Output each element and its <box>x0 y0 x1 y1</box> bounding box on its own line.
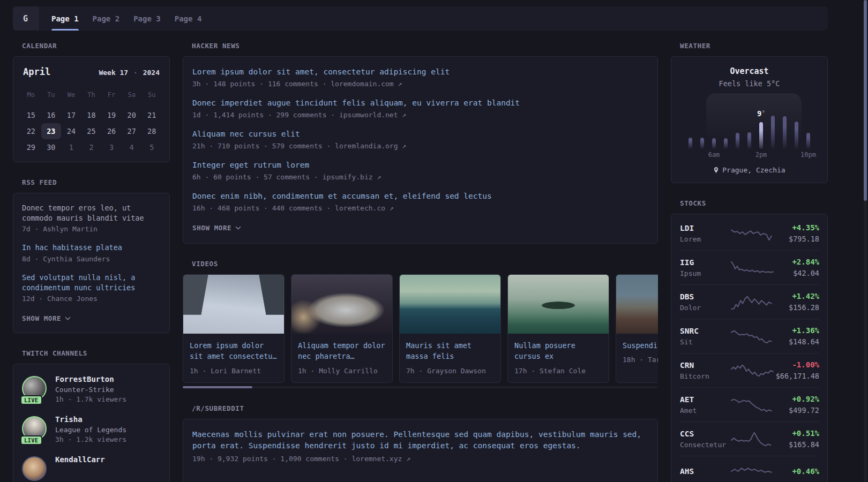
weather-hour-bar[interactable] <box>759 122 763 149</box>
avatar[interactable] <box>22 456 47 481</box>
page-scrollbar-track[interactable] <box>864 0 867 482</box>
video-title[interactable]: Aliquam tempor dolor nec pharetra… <box>298 340 386 362</box>
videos-scrollbar-track[interactable] <box>183 386 658 388</box>
calendar-day[interactable]: 3 <box>101 139 122 155</box>
calendar-day[interactable]: 27 <box>122 123 142 139</box>
video-thumbnail[interactable] <box>400 275 500 334</box>
weather-hour-bar[interactable] <box>689 138 692 149</box>
hackernews-item-title[interactable]: Integer eget rutrum lorem <box>192 160 648 170</box>
stock-symbol[interactable]: CCS <box>680 430 731 438</box>
top-nav: G Page 1Page 2Page 3Page 4 <box>13 6 828 31</box>
video-meta: 1h · Molly Carrillo <box>298 367 386 375</box>
hackernews-item-domain-link[interactable]: ipsumworld.net ↗ <box>339 111 406 119</box>
hackernews-item-domain-link[interactable]: loremdomain.com ↗ <box>331 80 402 88</box>
weather-hour-bar[interactable] <box>736 133 739 149</box>
calendar-day[interactable]: 17 <box>61 107 81 123</box>
hackernews-item-title[interactable]: Lorem ipsum dolor sit amet, consectetur … <box>192 66 648 77</box>
weather-hour-bar[interactable] <box>724 138 728 149</box>
page-scrollbar-thumb[interactable] <box>864 0 867 201</box>
rss-show-more-button[interactable]: SHOW MORE <box>22 314 71 322</box>
calendar-day[interactable]: 5 <box>141 139 162 155</box>
tab-page-1[interactable]: Page 1 <box>51 6 79 31</box>
weather-location: Prague, Czechia <box>722 166 785 174</box>
calendar-day[interactable]: 4 <box>122 139 142 155</box>
stock-symbol[interactable]: SNRC <box>680 327 731 335</box>
hackernews-item-domain-link[interactable]: loremlandia.org ↗ <box>335 142 406 150</box>
stock-symbol[interactable]: IIG <box>680 258 731 267</box>
stock-symbol[interactable]: AET <box>680 395 731 404</box>
stock-symbol[interactable]: AHS <box>680 467 731 476</box>
video-thumbnail[interactable] <box>291 275 392 334</box>
weather-hour-bar[interactable] <box>712 138 716 149</box>
calendar-day[interactable]: 15 <box>21 107 41 123</box>
rss-item-title[interactable]: Donec tempor eros leo, ut commodo mauris… <box>22 203 161 223</box>
calendar-day[interactable]: 16 <box>41 107 62 123</box>
stock-right: +1.36%$148.64 <box>773 326 819 346</box>
calendar-day[interactable]: 19 <box>101 107 122 123</box>
hackernews-item-domain-link[interactable]: ipsumify.biz ↗ <box>323 173 381 181</box>
page-tabs: Page 1Page 2Page 3Page 4 <box>39 6 214 31</box>
subreddit-post-title[interactable]: Maecenas mollis pulvinar erat non posuer… <box>192 429 648 451</box>
calendar-day-selected[interactable]: 23 <box>41 123 62 139</box>
rss-item-title[interactable]: Sed volutpat nulla nisl, a condimentum n… <box>22 273 161 292</box>
tab-page-2[interactable]: Page 2 <box>93 6 120 31</box>
video-title[interactable]: Mauris sit amet massa felis <box>406 340 494 362</box>
video-title[interactable]: Lorem ipsum dolor sit amet consectetu… <box>190 340 278 362</box>
calendar-day[interactable]: 22 <box>21 123 41 139</box>
rss-item-title[interactable]: In hac habitasse platea <box>22 243 161 253</box>
stock-row: LDILorem+4.35%$795.18 <box>680 216 819 250</box>
weather-location-row: Prague, Czechia <box>680 166 819 174</box>
hackernews-widget: HACKER NEWS Lorem ipsum dolor sit amet, … <box>183 42 658 244</box>
stock-symbol[interactable]: CRN <box>680 361 731 370</box>
video-thumbnail[interactable] <box>616 275 658 334</box>
tab-page-3[interactable]: Page 3 <box>133 6 161 31</box>
hackernews-item-title[interactable]: Aliquam nec cursus elit <box>192 129 648 139</box>
hackernews-widget-header: HACKER NEWS <box>192 42 658 50</box>
calendar-day[interactable]: 30 <box>41 139 62 155</box>
video-thumbnail[interactable] <box>183 275 284 334</box>
weather-hour-bar[interactable] <box>700 138 704 149</box>
calendar-day[interactable]: 26 <box>101 123 122 139</box>
twitch-channel-name[interactable]: ForrestBurton <box>55 375 126 383</box>
twitch-channel-game: League of Legends <box>55 426 126 434</box>
calendar-day[interactable]: 18 <box>81 107 102 123</box>
calendar-day[interactable]: 1 <box>61 139 81 155</box>
video-thumbnail[interactable] <box>508 275 609 334</box>
calendar-day[interactable]: 21 <box>141 107 162 123</box>
calendar-day[interactable]: 2 <box>81 139 102 155</box>
hackernews-item-title[interactable]: Donec imperdiet augue tincidunt felis al… <box>192 97 648 108</box>
calendar-day[interactable]: 25 <box>81 123 102 139</box>
subreddit-post-domain-link[interactable]: loremnet.xyz ↗ <box>351 455 410 463</box>
tab-page-4[interactable]: Page 4 <box>175 6 202 31</box>
hackernews-item-domain-link[interactable]: loremtech.co ↗ <box>335 204 394 212</box>
calendar-day[interactable]: 20 <box>122 107 142 123</box>
app-logo[interactable]: G <box>13 6 39 31</box>
hackernews-item-stats: 6h · 60 points · 57 comments · <box>192 173 323 181</box>
stock-change: -1.00% <box>773 360 819 369</box>
video-title[interactable]: Suspendisse diam <box>623 340 658 351</box>
twitch-channel-name[interactable]: KendallCarr <box>55 455 105 464</box>
rss-card: Donec tempor eros leo, ut commodo mauris… <box>13 193 170 333</box>
stock-symbol[interactable]: DBS <box>680 292 731 301</box>
weather-hour-bar[interactable] <box>783 116 787 149</box>
weather-hour-bar[interactable] <box>771 116 775 149</box>
twitch-channel-row: LIVEForrestBurtonCounter-Strike1h · 1.7k… <box>22 375 161 403</box>
weather-condition: Overcast <box>680 66 819 76</box>
middle-column: HACKER NEWS Lorem ipsum dolor sit amet, … <box>183 42 658 482</box>
stock-sparkline <box>731 431 773 447</box>
calendar-day[interactable]: 24 <box>61 123 81 139</box>
weather-hour-bar[interactable] <box>806 133 810 149</box>
stock-right: +2.84%$42.04 <box>773 258 819 277</box>
videos-scrollbar-thumb[interactable] <box>183 386 252 388</box>
stock-sparkline-wrap <box>731 260 773 276</box>
twitch-channel-name[interactable]: Trisha <box>55 415 126 424</box>
hackernews-item-title[interactable]: Donec enim nibh, condimentum et accumsan… <box>192 191 648 201</box>
calendar-day[interactable]: 28 <box>141 123 162 139</box>
stock-symbol[interactable]: LDI <box>680 224 731 232</box>
weather-time-label: 2pm <box>755 151 767 159</box>
hackernews-show-more-button[interactable]: SHOW MORE <box>192 224 241 232</box>
calendar-day[interactable]: 29 <box>21 139 41 155</box>
weather-hour-bar[interactable] <box>795 122 798 149</box>
weather-hour-bar[interactable] <box>747 132 751 149</box>
video-title[interactable]: Nullam posuere cursus ex <box>514 340 602 362</box>
